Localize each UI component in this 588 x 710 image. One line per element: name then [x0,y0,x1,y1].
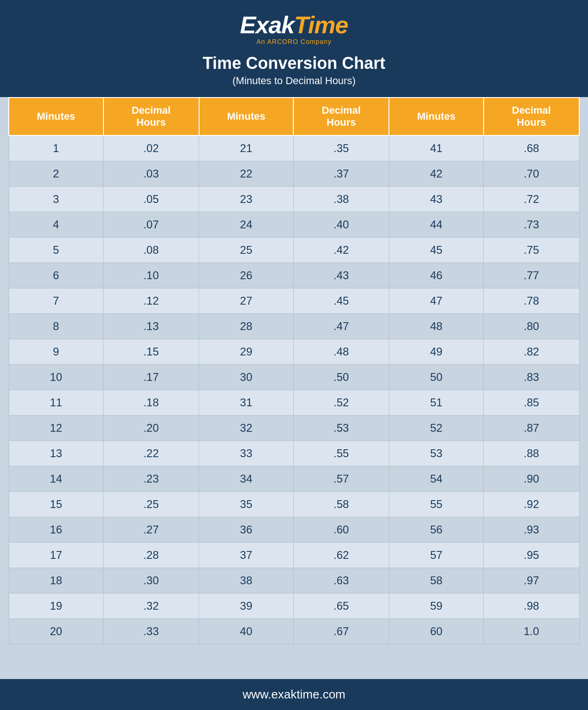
decimal-col1: .27 [103,517,199,543]
decimal-col3: .98 [484,594,579,619]
decimal-col1: .18 [103,390,199,416]
minutes-col1: 19 [9,594,103,619]
minutes-col2: 23 [199,187,294,212]
minutes-col1: 8 [9,314,103,339]
minutes-col1: 9 [9,339,103,365]
decimal-col3: .93 [484,517,579,543]
decimal-col1: .22 [103,441,199,466]
table-row: 4 .07 24 .40 44 .73 [9,212,579,238]
decimal-col1: .20 [103,416,199,441]
minutes-col3: 41 [389,135,484,161]
header: ExakTime An ARCORO Company Time Conversi… [0,0,588,97]
minutes-col3: 49 [389,339,484,365]
col1-minutes-header: Minutes [9,98,103,135]
decimal-col2: .58 [293,492,389,517]
decimal-col3: .75 [484,238,579,263]
minutes-col1: 6 [9,263,103,288]
decimal-col2: .65 [293,594,389,619]
table-row: 7 .12 27 .45 47 .78 [9,288,579,314]
minutes-col2: 30 [199,365,294,390]
decimal-col3: 1.0 [484,619,579,644]
minutes-col2: 36 [199,517,294,543]
logo-sub-suffix: Company [298,38,332,45]
minutes-col2: 25 [199,238,294,263]
logo: ExakTime An ARCORO Company [240,13,348,45]
minutes-col2: 39 [199,594,294,619]
minutes-col3: 56 [389,517,484,543]
minutes-col3: 54 [389,466,484,492]
col3-minutes-header: Minutes [389,98,484,135]
decimal-col2: .35 [293,135,389,161]
decimal-col1: .33 [103,619,199,644]
minutes-col1: 15 [9,492,103,517]
minutes-col3: 60 [389,619,484,644]
table-row: 15 .25 35 .58 55 .92 [9,492,579,517]
minutes-col2: 37 [199,543,294,568]
minutes-col3: 46 [389,263,484,288]
decimal-col2: .37 [293,161,389,187]
minutes-col2: 21 [199,135,294,161]
decimal-col1: .30 [103,568,199,594]
logo-sub-brand: ARCORO [267,38,298,45]
table-row: 10 .17 30 .50 50 .83 [9,365,579,390]
table-wrapper: Minutes DecimalHours Minutes DecimalHour… [0,97,588,679]
table-row: 9 .15 29 .48 49 .82 [9,339,579,365]
minutes-col2: 32 [199,416,294,441]
minutes-col1: 10 [9,365,103,390]
minutes-col1: 11 [9,390,103,416]
decimal-col1: .25 [103,492,199,517]
minutes-col1: 12 [9,416,103,441]
decimal-col2: .60 [293,517,389,543]
decimal-col2: .62 [293,543,389,568]
minutes-col2: 40 [199,619,294,644]
minutes-col1: 7 [9,288,103,314]
decimal-col3: .87 [484,416,579,441]
table-row: 11 .18 31 .52 51 .85 [9,390,579,416]
minutes-col1: 2 [9,161,103,187]
decimal-col2: .40 [293,212,389,238]
table-header-row: Minutes DecimalHours Minutes DecimalHour… [9,98,579,135]
decimal-col3: .72 [484,187,579,212]
minutes-col2: 38 [199,568,294,594]
logo-exak: Exak [240,12,294,38]
logo-sub: An ARCORO Company [256,38,332,45]
decimal-col3: .78 [484,288,579,314]
minutes-col3: 45 [389,238,484,263]
decimal-col1: .28 [103,543,199,568]
minutes-col3: 43 [389,187,484,212]
decimal-col2: .53 [293,416,389,441]
decimal-col1: .02 [103,135,199,161]
decimal-col3: .83 [484,365,579,390]
decimal-col3: .70 [484,161,579,187]
decimal-col2: .45 [293,288,389,314]
decimal-col1: .17 [103,365,199,390]
minutes-col3: 50 [389,365,484,390]
decimal-col2: .50 [293,365,389,390]
minutes-col1: 13 [9,441,103,466]
minutes-col3: 57 [389,543,484,568]
col1-decimal-header: DecimalHours [103,98,199,135]
minutes-col3: 53 [389,441,484,466]
logo-text: ExakTime [240,13,348,37]
decimal-col2: .42 [293,238,389,263]
decimal-col3: .82 [484,339,579,365]
table-body: 1 .02 21 .35 41 .68 2 .03 22 .37 42 .70 … [9,135,579,644]
decimal-col2: .48 [293,339,389,365]
decimal-col2: .52 [293,390,389,416]
page-container: ExakTime An ARCORO Company Time Conversi… [0,0,588,710]
minutes-col2: 34 [199,466,294,492]
table-row: 17 .28 37 .62 57 .95 [9,543,579,568]
footer: www.exaktime.com [0,679,588,710]
decimal-col1: .05 [103,187,199,212]
minutes-col3: 47 [389,288,484,314]
decimal-col3: .92 [484,492,579,517]
minutes-col1: 20 [9,619,103,644]
minutes-col3: 48 [389,314,484,339]
minutes-col1: 17 [9,543,103,568]
minutes-col3: 51 [389,390,484,416]
footer-url: www.exaktime.com [8,687,580,702]
minutes-col1: 3 [9,187,103,212]
minutes-col2: 29 [199,339,294,365]
decimal-col2: .67 [293,619,389,644]
decimal-col2: .43 [293,263,389,288]
